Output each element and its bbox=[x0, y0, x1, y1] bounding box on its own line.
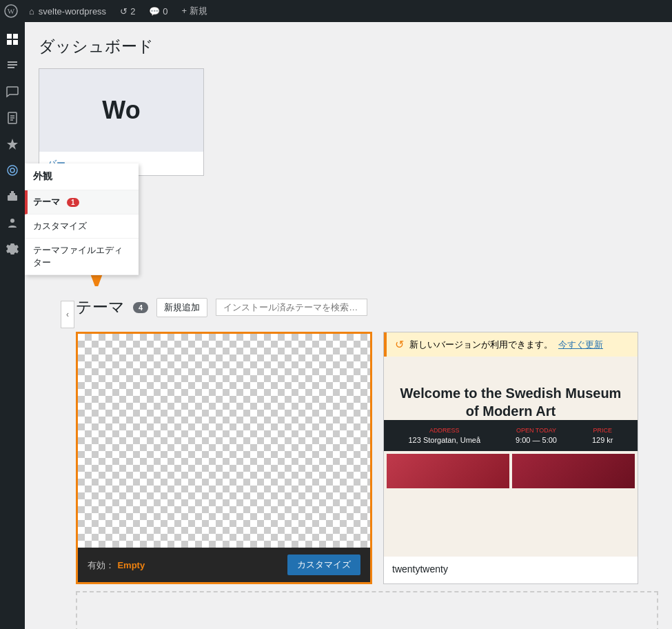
svg-rect-16 bbox=[11, 191, 14, 195]
svg-point-20 bbox=[10, 219, 14, 223]
site-name[interactable]: ⌂ svelte-wordpress bbox=[22, 6, 113, 17]
sidebar-icon-comments[interactable] bbox=[0, 80, 25, 103]
revisions-icon: ↺ bbox=[120, 6, 128, 17]
flyout-themes-label: テーマ bbox=[33, 196, 60, 208]
site-icon: ⌂ bbox=[29, 6, 34, 17]
themes-header: テーマ 4 新規追加 bbox=[76, 297, 658, 318]
admin-bar-items: ↺ 2 💬 0 + 新規 bbox=[113, 0, 214, 22]
chevron-left-icon: ‹ bbox=[66, 310, 69, 319]
main-content: ダッシュボード Wo バー... テーマ 4 新規追加 有効： Empty bbox=[25, 22, 672, 629]
info-col-price: PRICE 129 kr bbox=[592, 427, 613, 444]
flyout-editor-label: テーマファイルエディター bbox=[33, 244, 130, 269]
info-col-open: OPEN TODAY 9:00 — 5:00 bbox=[516, 427, 557, 444]
sidebar-icon-settings[interactable] bbox=[0, 237, 25, 261]
sidebar-icon-plugins[interactable] bbox=[0, 185, 25, 208]
wordpress-card: Wo バー... bbox=[39, 68, 204, 176]
sidebar-icon-feedback[interactable] bbox=[0, 132, 25, 156]
svg-rect-18 bbox=[10, 193, 11, 196]
update-icon: ↺ bbox=[395, 338, 404, 351]
customize-button[interactable]: カスタマイズ bbox=[287, 555, 360, 575]
active-theme-label: 有効： Empty bbox=[88, 559, 145, 572]
revisions-item[interactable]: ↺ 2 bbox=[113, 0, 142, 22]
sidebar-icon-posts[interactable] bbox=[0, 54, 25, 77]
svg-rect-17 bbox=[8, 195, 17, 201]
sidebar-icon-users[interactable] bbox=[0, 211, 25, 234]
theme-images bbox=[384, 451, 638, 491]
secondary-theme-preview: Welcome to the Swedish Museum of Modern … bbox=[384, 357, 638, 557]
theme-image-1 bbox=[387, 454, 509, 488]
price-label: PRICE bbox=[592, 427, 613, 434]
theme-preview-title: Welcome to the Swedish Museum of Modern … bbox=[384, 384, 638, 420]
sidebar-icon-dashboard[interactable] bbox=[0, 28, 25, 51]
flyout-item-customize[interactable]: カスタマイズ bbox=[25, 214, 139, 239]
new-post-button[interactable]: + 新規 bbox=[175, 5, 214, 17]
themes-count: 4 bbox=[133, 302, 148, 313]
sidebar bbox=[0, 22, 25, 629]
sidebar-collapse-toggle[interactable]: ‹ bbox=[61, 301, 74, 328]
theme-bg: Welcome to the Swedish Museum of Modern … bbox=[384, 357, 638, 557]
svg-point-14 bbox=[8, 166, 17, 175]
theme-image-2 bbox=[512, 454, 635, 488]
flyout-themes-badge: 1 bbox=[67, 198, 79, 207]
open-value: 9:00 — 5:00 bbox=[516, 436, 557, 444]
open-label: OPEN TODAY bbox=[516, 427, 557, 434]
address-value: 123 Storgatan, Umeå bbox=[408, 436, 480, 444]
themes-panel: テーマ 4 新規追加 有効： Empty カスタマイズ ↺ bbox=[62, 283, 672, 629]
flyout-header: 外観 bbox=[25, 163, 139, 190]
address-label: ADDRESS bbox=[408, 427, 480, 434]
themes-title: テーマ bbox=[76, 297, 125, 318]
sidebar-icon-pages[interactable] bbox=[0, 106, 25, 130]
svg-rect-4 bbox=[7, 40, 12, 45]
dashboard-title: ダッシュボード bbox=[39, 36, 658, 57]
sidebar-icon-appearance[interactable] bbox=[0, 159, 25, 182]
flyout-item-themes[interactable]: テーマ 1 bbox=[25, 190, 139, 214]
flyout-customize-label: カスタマイズ bbox=[33, 220, 87, 232]
info-col-address: ADDRESS 123 Storgatan, Umeå bbox=[408, 427, 480, 444]
add-theme-button[interactable]: 新規追加 bbox=[156, 298, 207, 317]
update-link[interactable]: 今すぐ更新 bbox=[558, 339, 603, 351]
update-notice-text: 新しいバージョンが利用できます。 bbox=[409, 339, 553, 351]
themes-search-input[interactable] bbox=[216, 299, 367, 316]
flyout-item-editor[interactable]: テーマファイルエディター bbox=[25, 239, 139, 275]
theme-preview-content: Welcome to the Swedish Museum of Modern … bbox=[384, 357, 638, 420]
active-theme-name: Empty bbox=[117, 560, 145, 570]
dashboard-area: ダッシュボード Wo バー... bbox=[25, 22, 672, 176]
active-theme-card: 有効： Empty カスタマイズ bbox=[76, 332, 372, 584]
comments-icon: 💬 bbox=[149, 6, 160, 17]
theme-info-bar: ADDRESS 123 Storgatan, Umeå OPEN TODAY 9… bbox=[384, 420, 638, 451]
update-notice: ↺ 新しいバージョンが利用できます。 今すぐ更新 bbox=[384, 332, 638, 357]
svg-rect-3 bbox=[13, 34, 18, 39]
svg-marker-13 bbox=[7, 139, 18, 150]
active-theme-footer: 有効： Empty カスタマイズ bbox=[78, 548, 370, 582]
svg-rect-7 bbox=[8, 64, 17, 66]
svg-rect-2 bbox=[7, 34, 12, 39]
price-value: 129 kr bbox=[592, 436, 613, 444]
comments-item[interactable]: 💬 0 bbox=[142, 0, 174, 22]
flyout-menu: 外観 テーマ 1 カスタマイズ テーマファイルエディター bbox=[25, 163, 139, 275]
svg-point-15 bbox=[10, 168, 14, 172]
active-label-text: 有効： bbox=[88, 560, 114, 570]
wp-card-preview: Wo bbox=[39, 69, 203, 152]
svg-rect-5 bbox=[13, 40, 18, 45]
svg-rect-8 bbox=[8, 67, 14, 68]
secondary-theme-card: ↺ 新しいバージョンが利用できます。 今すぐ更新 Welcome to the … bbox=[383, 332, 638, 584]
svg-text:W: W bbox=[8, 7, 15, 15]
admin-bar: W ⌂ svelte-wordpress ↺ 2 💬 0 + 新規 bbox=[0, 0, 672, 22]
wp-logo[interactable]: W bbox=[0, 0, 22, 22]
active-theme-preview bbox=[78, 334, 370, 548]
svg-rect-6 bbox=[8, 61, 17, 63]
themes-grid: 有効： Empty カスタマイズ ↺ 新しいバージョンが利用できます。 今すぐ更… bbox=[76, 332, 658, 584]
themes-bottom-placeholder bbox=[76, 591, 658, 629]
secondary-theme-name: twentytwenty bbox=[384, 557, 638, 581]
svg-rect-19 bbox=[14, 193, 15, 196]
